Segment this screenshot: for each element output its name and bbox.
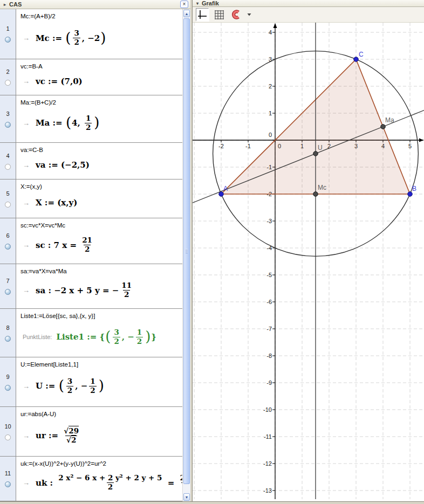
cas-row-11[interactable]: 11uk:=(x-x(U))^2+(y-y(U))^2=ur^2→uk : 2 … — [0, 457, 182, 501]
point-Mc[interactable] — [313, 192, 318, 197]
math-text: sc : 7 x = — [36, 240, 79, 250]
visibility-toggle-on[interactable] — [5, 122, 11, 128]
cas-row-4[interactable]: 4va:=C-B→va := (−2,5) — [0, 143, 182, 179]
cas-row-5[interactable]: 5X:=(x,y)→X := (x,y) — [0, 179, 182, 218]
point-U[interactable] — [313, 151, 318, 156]
point-B[interactable] — [408, 192, 413, 197]
cas-row-3[interactable]: 3Ma:=(B+C)/2→Ma := (4, 12) — [0, 95, 182, 143]
visibility-toggle-on[interactable] — [5, 37, 11, 43]
fraction-numerator: √29 — [63, 427, 80, 436]
visibility-toggle-off[interactable] — [5, 434, 11, 440]
cas-input[interactable]: sc:=vc*X=vc*Mc — [20, 222, 182, 229]
cas-input[interactable]: uk:=(x-x(U))^2+(y-y(U))^2=ur^2 — [20, 460, 182, 467]
big-paren: ( — [59, 378, 64, 392]
graphics-panel: ▾ Grafik — [193, 0, 424, 501]
visibility-toggle-off[interactable] — [5, 164, 11, 170]
output-arrow-icon: → — [23, 119, 30, 127]
visibility-toggle-off[interactable] — [5, 80, 11, 86]
cas-row-gutter: 5 — [0, 179, 16, 218]
point-capture-button[interactable] — [229, 8, 242, 21]
y-tick-label: 1 — [269, 110, 272, 116]
cas-row-2[interactable]: 2vc:=B-A→vc := (7,0) — [0, 59, 182, 95]
visibility-toggle-on[interactable] — [5, 481, 11, 487]
cas-row-7[interactable]: 7sa:=va*X=va*Ma→sa : −2 x + 5 y = −112 — [0, 264, 182, 309]
fraction: √29√2 — [63, 427, 80, 444]
cas-row-number: 5 — [6, 190, 9, 197]
visibility-toggle-off[interactable] — [5, 202, 11, 208]
point-label-B: B — [412, 185, 416, 192]
cas-input[interactable]: X:=(x,y) — [20, 183, 182, 190]
cas-row-10[interactable]: 10ur:=abs(A-U)→ur := √29√2 — [0, 407, 182, 457]
point-C[interactable] — [354, 57, 359, 62]
point-label-Ma: Ma — [385, 116, 394, 124]
cas-row-content: Ma:=(B+C)/2→Ma := (4, 12) — [16, 95, 182, 142]
math-text: , −2 — [82, 33, 100, 43]
cas-output-math: vc := (7,0) — [36, 77, 83, 86]
cas-input[interactable]: U:=Element[Liste1,1] — [20, 361, 182, 368]
fraction-numerator: 1 — [85, 114, 92, 123]
chevron-down-icon[interactable]: ▾ — [196, 1, 199, 6]
cas-row-9[interactable]: 9U:=Element[Liste1,1]→U := (32, −12) — [0, 357, 182, 407]
cas-input[interactable]: vc:=B-A — [20, 63, 182, 70]
math-text: ur := — [36, 431, 61, 440]
cas-row-gutter: 3 — [0, 95, 16, 142]
cas-scrollbar[interactable]: ▲ ▼ — [182, 9, 190, 501]
cas-panel: ▸ CAS × 1Mc:=(A+B)/2→Mc := (32, −2)2vc:=… — [0, 0, 190, 501]
output-arrow-icon: → — [23, 161, 30, 169]
math-text: = — [165, 478, 177, 488]
cas-row-content: Liste1:=Löse[{sc, sa},{x, y}]PunktListe:… — [16, 309, 182, 357]
visibility-toggle-on[interactable] — [5, 385, 11, 391]
cas-row-content: U:=Element[Liste1,1]→U := (32, −12) — [16, 357, 182, 406]
scrollbar-grip — [186, 249, 188, 253]
cas-input[interactable]: Ma:=(B+C)/2 — [20, 99, 182, 106]
scroll-up-icon[interactable]: ▲ — [183, 10, 190, 17]
cas-output-math: Ma := (4, 12) — [36, 114, 100, 132]
close-icon: × — [183, 2, 186, 7]
chevron-right-icon[interactable]: ▸ — [4, 2, 6, 7]
fraction-denominator: √2 — [65, 436, 77, 445]
fraction-numerator: 3 — [113, 328, 120, 337]
point-label-U: U — [318, 144, 323, 151]
visibility-toggle-on[interactable] — [5, 289, 11, 295]
cas-row-number: 8 — [6, 325, 9, 331]
cas-input[interactable]: ur:=abs(A-U) — [20, 411, 182, 417]
fraction: 112 — [120, 281, 133, 299]
axes-toggle-button[interactable] — [196, 8, 209, 21]
cas-output: PunktListe:Liste1 := {(32, −12)} — [23, 320, 182, 354]
cas-row-number: 7 — [6, 278, 9, 284]
fraction-numerator: 2 x² − 6 x + 2 y² + 2 y + 5 — [57, 474, 163, 482]
cas-input[interactable]: sa:=va*X=va*Ma — [20, 268, 182, 274]
y-tick-label: -12 — [263, 460, 272, 467]
big-paren: ) — [99, 378, 104, 392]
cas-row-1[interactable]: 1Mc:=(A+B)/2→Mc := (32, −2) — [0, 9, 182, 59]
graph-canvas[interactable]: -2-101234543210-1-2-3-4-5-6-7-8-9-10-11-… — [193, 23, 424, 499]
x-tick-label: -1 — [245, 143, 251, 149]
output-arrow-icon: → — [23, 286, 30, 294]
math-text: X := (x,y) — [36, 198, 77, 208]
visibility-toggle-on[interactable] — [5, 244, 11, 250]
point-capture-dropdown[interactable] — [246, 8, 252, 21]
cas-row-gutter: 9 — [0, 357, 16, 406]
output-arrow-icon: → — [23, 432, 30, 440]
grid-toggle-button[interactable] — [213, 8, 225, 21]
graphics-view[interactable]: -2-101234543210-1-2-3-4-5-6-7-8-9-10-11-… — [193, 23, 424, 501]
point-Ma[interactable] — [381, 125, 386, 129]
cas-close-button[interactable]: × — [180, 1, 188, 8]
cas-row-6[interactable]: 6sc:=vc*X=vc*Mc→sc : 7 x = 212 — [0, 218, 182, 264]
big-paren: ) — [100, 31, 106, 45]
cas-input[interactable]: Liste1:=Löse[{sc, sa},{x, y}] — [20, 313, 182, 319]
point-A[interactable] — [219, 192, 224, 197]
math-text: , − — [75, 381, 87, 391]
cas-output-math: uk : 2 x² − 6 x + 2 y² + 2 y + 52 = 292 — [36, 474, 182, 491]
math-text: Mc := — [36, 33, 65, 43]
cas-row-content: X:=(x,y)→X := (x,y) — [16, 179, 182, 218]
scrollbar-thumb[interactable] — [183, 18, 190, 484]
output-arrow-icon: → — [23, 77, 30, 85]
visibility-toggle-on[interactable] — [5, 336, 11, 342]
cas-input[interactable]: Mc:=(A+B)/2 — [20, 13, 182, 19]
cas-output: →vc := (7,0) — [23, 71, 182, 92]
cas-input[interactable]: va:=C-B — [20, 147, 182, 153]
scroll-down-icon[interactable]: ▼ — [183, 493, 190, 501]
y-tick-label: -11 — [264, 433, 272, 440]
cas-row-8[interactable]: 8Liste1:=Löse[{sc, sa},{x, y}]PunktListe… — [0, 309, 182, 357]
